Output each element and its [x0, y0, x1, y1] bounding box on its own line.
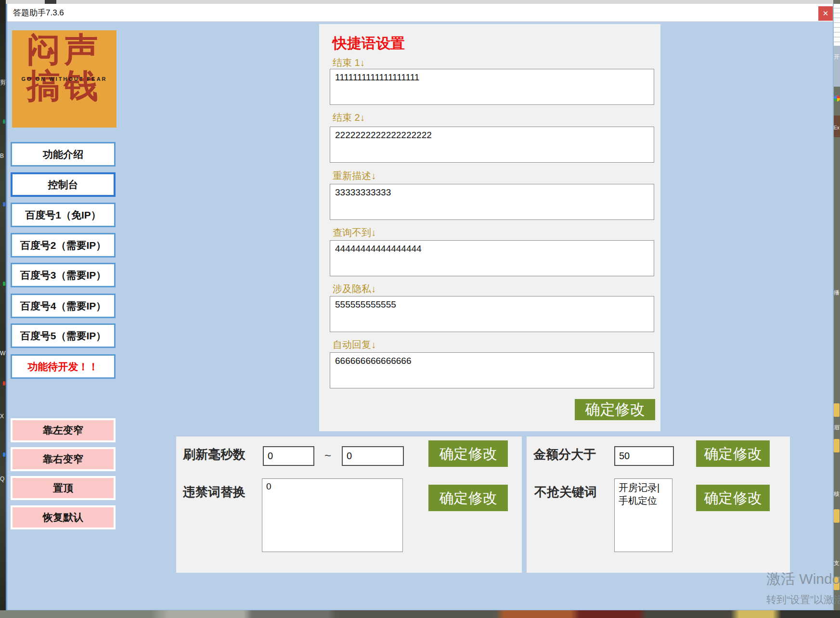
desktop-icon-label: W: [0, 350, 5, 357]
desktop-icon-label: Ex: [834, 125, 840, 130]
refresh-settings-panel: 刷新毫秒数 ~ 确定修改 违禁词替换 0 确定修改: [176, 437, 522, 573]
logo-slogan: GO ON WITHOUT FEAR: [12, 76, 116, 82]
desktop-icon: [3, 282, 5, 286]
end1-textarea[interactable]: 1111111111111111111: [330, 69, 654, 105]
confirm-amount-button[interactable]: 确定修改: [696, 440, 770, 467]
desktop-right-strip: 开 Ex 播 眉 核 支: [833, 0, 840, 618]
amount-greater-label: 金额分大于: [533, 446, 596, 463]
sidebar-item-baidu5[interactable]: 百度号5（需要IP）: [11, 323, 116, 348]
amount-settings-panel: 金额分大于 确定修改 不抢关键词 开房记录| 手机定位 确定修改: [527, 437, 790, 573]
skip-keywords-label: 不抢关键词: [534, 484, 597, 501]
redescribe-textarea[interactable]: 33333333333: [330, 184, 654, 220]
skip-keywords-textarea[interactable]: 开房记录| 手机定位: [614, 478, 672, 552]
desktop-icon: [3, 452, 5, 457]
desktop-icon-label: Q: [0, 476, 4, 482]
refresh-ms-label: 刷新毫秒数: [183, 446, 246, 463]
dock-left-narrow-button[interactable]: 靠左变窄: [11, 418, 116, 442]
folder-icon: [834, 439, 840, 452]
confirm-refresh-button[interactable]: 确定修改: [428, 440, 508, 467]
field-label-privacy: 涉及隐私↓: [333, 283, 376, 296]
confirm-modify-button[interactable]: 确定修改: [575, 399, 655, 420]
auto-reply-textarea[interactable]: 666666666666666: [330, 352, 654, 388]
desktop-icon-label: 支: [834, 559, 840, 567]
refresh-min-input[interactable]: [263, 446, 314, 466]
logo-text-top: 闷声: [12, 33, 116, 66]
windows-activation-watermark: 激活 Windows 转到“设置”以激活 Windows。: [766, 569, 840, 606]
desktop-icon: [3, 202, 5, 206]
banned-words-textarea[interactable]: 0: [262, 478, 403, 552]
amount-input[interactable]: [614, 446, 674, 466]
folder-icon: [834, 403, 840, 417]
sidebar-item-baidu1[interactable]: 百度号1（免IP）: [11, 203, 116, 227]
panel-title: 快捷语设置: [333, 34, 405, 53]
always-on-top-button[interactable]: 置顶: [11, 476, 116, 500]
range-separator: ~: [324, 449, 331, 463]
background-segment: [833, 46, 840, 87]
quick-phrases-panel: 快捷语设置 结束 1↓ 1111111111111111111 结束 2↓ 22…: [319, 24, 660, 431]
desktop-icon-label: 开: [834, 53, 840, 61]
sidebar-item-in-development[interactable]: 功能待开发！！: [11, 354, 116, 379]
desktop-left-strip: 剪 B W X Q: [0, 0, 6, 618]
sidebar-item-console[interactable]: 控制台: [11, 172, 116, 197]
desktop-icon-label: 眉: [834, 424, 840, 432]
field-label-redescribe: 重新描述↓: [333, 169, 376, 182]
window-title: 答题助手7.3.6: [13, 4, 64, 22]
field-label-end2: 结束 2↓: [333, 111, 365, 124]
desktop-icon: [3, 119, 5, 124]
field-label-not-found: 查询不到↓: [333, 226, 376, 239]
watermark-line1: 激活 Windows: [766, 569, 840, 589]
title-bar: 答题助手7.3.6: [7, 4, 833, 22]
close-button[interactable]: ✕: [818, 6, 833, 21]
confirm-banned-words-button[interactable]: 确定修改: [428, 485, 508, 511]
background-tab: [45, 0, 56, 4]
desktop-icon-label: X: [0, 413, 4, 420]
desktop-icon-label: B: [0, 153, 4, 159]
confirm-keywords-button[interactable]: 确定修改: [696, 485, 770, 511]
desktop-icon-label: 核: [834, 490, 840, 498]
field-label-end1: 结束 1↓: [333, 56, 365, 69]
desktop-icon: [3, 381, 5, 386]
restore-default-button[interactable]: 恢复默认: [11, 505, 116, 529]
refresh-max-input[interactable]: [342, 446, 404, 466]
chrome-icon: [834, 95, 840, 102]
end2-textarea[interactable]: 2222222222222222222: [330, 127, 654, 163]
banned-words-label: 违禁词替换: [183, 484, 246, 501]
dock-right-narrow-button[interactable]: 靠右变窄: [11, 447, 116, 471]
sidebar-item-baidu2[interactable]: 百度号2（需要IP）: [11, 233, 116, 258]
logo-text-bottom: 搞钱: [12, 69, 116, 103]
desktop-icon-label: 播: [834, 289, 840, 297]
field-label-auto-reply: 自动回复↓: [333, 338, 376, 351]
privacy-textarea[interactable]: 555555555555: [330, 296, 654, 332]
app-window: 答题助手7.3.6 ✕ 闷声 搞钱 GO ON WITHOUT FEAR 功能介…: [6, 4, 834, 611]
watermark-line2: 转到“设置”以激活 Windows。: [766, 593, 840, 606]
app-logo: 闷声 搞钱 GO ON WITHOUT FEAR: [12, 30, 116, 128]
background-window-edge: [833, 4, 840, 46]
not-found-textarea[interactable]: 44444444444444444: [330, 240, 654, 276]
sidebar-item-baidu3[interactable]: 百度号3（需要IP）: [11, 263, 116, 287]
sidebar-item-feature-intro[interactable]: 功能介绍: [11, 142, 116, 167]
desktop-bottom-strip: [0, 610, 840, 618]
sidebar-item-baidu4[interactable]: 百度号4（需要IP）: [11, 294, 116, 318]
desktop-icon-label: 剪: [0, 78, 6, 87]
folder-icon: [834, 509, 840, 523]
